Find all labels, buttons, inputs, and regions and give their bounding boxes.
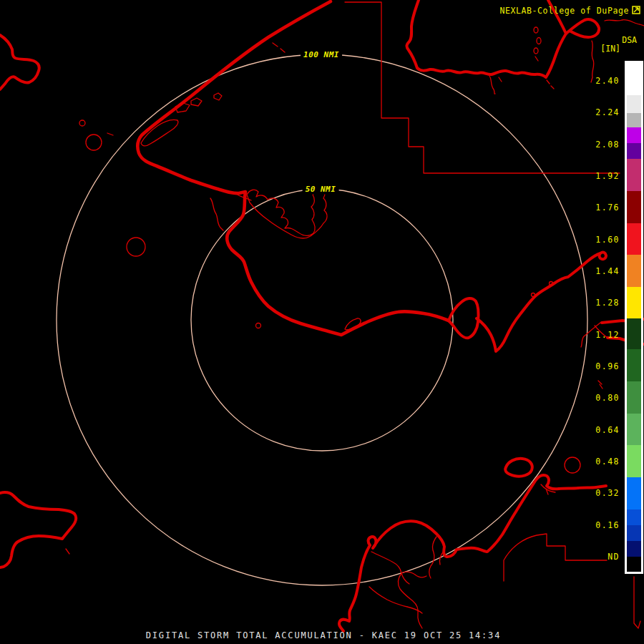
color-band [627, 525, 641, 541]
product-units: [IN] [600, 44, 620, 53]
coastal-details [66, 20, 644, 628]
legend-label: 2.24 [595, 107, 620, 117]
color-band [627, 255, 641, 287]
color-band [627, 414, 641, 445]
color-band [627, 113, 641, 127]
header: NEXLAB-College of DuPage [499, 4, 640, 17]
coastline-southwest-peninsula [0, 492, 76, 567]
legend-label: 2.40 [595, 76, 620, 86]
legend-label: 0.32 [595, 488, 620, 498]
color-band [627, 381, 641, 414]
color-band [627, 477, 641, 509]
color-band [627, 318, 641, 349]
color-bar-bands [627, 63, 641, 572]
coastlines [0, 0, 644, 631]
dome-inner-channels [371, 552, 409, 584]
legend-label: 1.12 [595, 330, 620, 340]
color-bar [625, 61, 643, 574]
ring-label-100nmi: 100 NMI [301, 49, 342, 60]
range-ring-100nmi [57, 54, 587, 585]
color-band [627, 287, 641, 318]
color-band [627, 191, 641, 223]
coastline-west [137, 1, 449, 335]
island-circle-large [127, 238, 145, 256]
legend-label: 1.76 [595, 203, 620, 213]
island-circle-small [86, 135, 102, 150]
color-band [627, 223, 641, 255]
coastline-northwest-hook [0, 35, 39, 89]
coastline-south-dome [339, 475, 606, 631]
bottom-caption: DIGITAL STORM TOTAL ACCUMULATION - KAEC … [146, 630, 501, 640]
dupage-logo-icon [632, 4, 640, 17]
product-abbrev: DSA [622, 36, 637, 44]
legend-label: 0.16 [595, 520, 620, 530]
radar-display: NEXLAB-College of DuPage DSA [IN] 100 NM… [0, 0, 644, 644]
color-band [627, 541, 641, 557]
estuary-complex [247, 188, 327, 238]
color-band [627, 349, 641, 381]
island-circle-southeast [565, 457, 580, 473]
coastline-lake-loop [505, 459, 532, 477]
legend-label: 2.08 [595, 140, 620, 150]
color-band [627, 445, 641, 477]
legend-label: 1.44 [595, 266, 620, 276]
legend-label: 1.60 [595, 235, 620, 245]
header-title: NEXLAB-College of DuPage [499, 6, 629, 16]
radar-map [0, 0, 644, 644]
legend-label: 1.92 [595, 171, 620, 181]
legend-label: 0.48 [595, 457, 620, 467]
color-band [627, 95, 641, 113]
color-band [627, 159, 641, 191]
color-band [627, 557, 641, 572]
legend-label: 0.96 [595, 361, 620, 371]
legend-label: 0.80 [595, 393, 620, 403]
color-band [627, 143, 641, 159]
ring-label-50nmi: 50 NMI [303, 184, 339, 195]
legend-label: 0.64 [595, 425, 620, 435]
color-band [627, 127, 641, 143]
color-band [627, 509, 641, 525]
legend-label: ND [608, 552, 620, 562]
color-band [627, 63, 641, 95]
legend-label: 1.28 [595, 298, 620, 308]
